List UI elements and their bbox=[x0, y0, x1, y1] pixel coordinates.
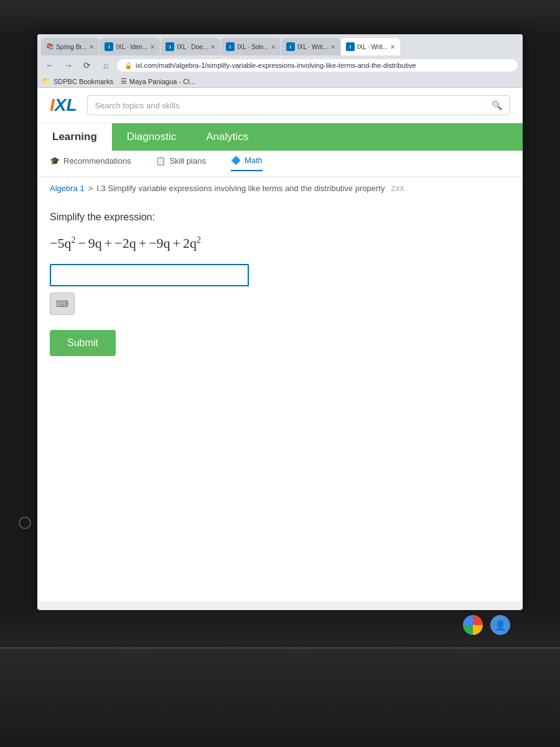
sub-nav-math[interactable]: 🔷 Math bbox=[231, 156, 263, 171]
tab-close-6[interactable]: ✕ bbox=[390, 44, 395, 50]
tab-learning[interactable]: Learning bbox=[37, 123, 112, 151]
ixl-logo: IXL bbox=[50, 95, 77, 115]
tab-analytics-label: Analytics bbox=[206, 131, 248, 143]
bookmarks-folder-label: SDPBC Bookmarks bbox=[54, 78, 113, 85]
browser-tab-4[interactable]: I IXL · Solv... ✕ bbox=[221, 38, 281, 55]
home-button[interactable]: ⌂ bbox=[98, 58, 113, 73]
breadcrumb-skill: I.3 Simplify variable expressions involv… bbox=[96, 184, 385, 193]
browser-tab-3[interactable]: I IXL · Doe... ✕ bbox=[161, 38, 220, 55]
browser-screen: 📚 Spring Br... ✕ I IXL · Iden... ✕ I IXL… bbox=[37, 34, 523, 610]
address-bar[interactable]: 🔒 ixl.com/math/algebra-1/simplify-variab… bbox=[117, 59, 518, 72]
keyboard-area bbox=[0, 647, 560, 747]
ixl-header: IXL Search topics and skills 🔍 bbox=[37, 88, 523, 123]
expr-part1: −5q2 bbox=[50, 235, 75, 251]
sub-nav: 🎓 Recommendations 📋 Skill plans 🔷 Math bbox=[37, 151, 523, 177]
expr-part5: 2q2 bbox=[183, 235, 201, 251]
tab-close-3[interactable]: ✕ bbox=[210, 44, 215, 50]
address-bar-row: ← → ⟳ ⌂ 🔒 ixl.com/math/algebra-1/simplif… bbox=[37, 55, 523, 75]
lock-icon: 🔒 bbox=[124, 62, 132, 69]
breadcrumb: Algebra 1 > I.3 Simplify variable expres… bbox=[37, 177, 523, 199]
search-bar[interactable]: Search topics and skills 🔍 bbox=[87, 95, 510, 115]
sub-nav-recommendations[interactable]: 🎓 Recommendations bbox=[50, 156, 131, 171]
submit-label: Submit bbox=[67, 337, 98, 348]
tab-label-5: IXL · Writ... bbox=[297, 44, 328, 50]
laptop-bottom: 👤 DELL bbox=[0, 610, 560, 747]
chrome-taskbar-icon[interactable] bbox=[463, 615, 483, 635]
tab-label-1: Spring Br... bbox=[56, 44, 86, 50]
tab-label-2: IXL · Iden... bbox=[116, 44, 147, 50]
recommendations-label: Recommendations bbox=[63, 156, 131, 166]
user-taskbar-icon[interactable]: 👤 bbox=[490, 615, 510, 635]
tab-learning-label: Learning bbox=[52, 131, 97, 143]
forward-button[interactable]: → bbox=[61, 58, 76, 73]
tab-label-3: IXL · Doe... bbox=[177, 44, 208, 50]
tab-close-2[interactable]: ✕ bbox=[150, 44, 155, 50]
tab-favicon-6: I bbox=[346, 42, 355, 51]
expr-plus3: + bbox=[173, 235, 180, 251]
tab-bar: 📚 Spring Br... ✕ I IXL · Iden... ✕ I IXL… bbox=[37, 34, 523, 55]
back-button[interactable]: ← bbox=[42, 58, 57, 73]
breadcrumb-subject[interactable]: Algebra 1 bbox=[50, 184, 85, 193]
bookmarks-folder[interactable]: 📁 SDPBC Bookmarks bbox=[42, 77, 113, 85]
laptop-bezel bbox=[0, 0, 560, 37]
tab-analytics[interactable]: Analytics bbox=[191, 123, 263, 151]
url-text: ixl.com/math/algebra-1/simplify-variable… bbox=[136, 62, 416, 69]
tab-favicon-3: I bbox=[166, 42, 174, 51]
tab-close-5[interactable]: ✕ bbox=[330, 44, 335, 50]
answer-input[interactable] bbox=[50, 264, 249, 286]
keyboard-icon: ⌨ bbox=[56, 299, 68, 309]
browser-tab-5[interactable]: I IXL · Writ... ✕ bbox=[281, 38, 340, 55]
sub-nav-skill-plans[interactable]: 📋 Skill plans bbox=[156, 156, 206, 171]
taskbar: 👤 bbox=[463, 615, 510, 635]
tab-label-4: IXL · Solv... bbox=[237, 44, 268, 50]
math-label: Math bbox=[245, 156, 263, 165]
recommendations-icon: 🎓 bbox=[50, 156, 60, 166]
math-icon: 🔷 bbox=[231, 156, 241, 165]
superscript-2: 2 bbox=[197, 235, 201, 245]
submit-button[interactable]: Submit bbox=[50, 330, 116, 356]
browser-tab-1[interactable]: 📚 Spring Br... ✕ bbox=[41, 38, 99, 55]
expr-minus: − bbox=[78, 235, 85, 251]
browser-tab-2[interactable]: I IXL · Iden... ✕ bbox=[100, 38, 160, 55]
bookmarks-bar: 📁 SDPBC Bookmarks ☰ Maya Paniagua - Cl..… bbox=[37, 75, 523, 88]
tab-favicon-5: I bbox=[286, 42, 295, 51]
problem-instruction: Simplify the expression: bbox=[50, 212, 510, 223]
tab-label-6: IXL · Writ... bbox=[357, 44, 388, 50]
expr-plus2: + bbox=[139, 235, 146, 251]
expr-part2: 9q bbox=[88, 235, 102, 251]
search-placeholder: Search topics and skills bbox=[95, 101, 180, 110]
tab-favicon-1: 📚 bbox=[46, 43, 54, 50]
math-keyboard-button[interactable]: ⌨ bbox=[50, 293, 75, 315]
tab-close-1[interactable]: ✕ bbox=[89, 44, 94, 50]
tab-diagnostic-label: Diagnostic bbox=[127, 131, 176, 143]
bookmark-maya[interactable]: ☰ Maya Paniagua - Cl... bbox=[121, 77, 195, 85]
refresh-button[interactable]: ⟳ bbox=[80, 58, 95, 73]
bookmarks-folder-icon: 📁 bbox=[42, 77, 51, 85]
browser-tab-6[interactable]: I IXL · Writ... ✕ bbox=[341, 38, 400, 55]
bookmark-maya-icon: ☰ bbox=[121, 77, 127, 85]
expr-part4: −9q bbox=[149, 235, 170, 251]
tab-diagnostic[interactable]: Diagnostic bbox=[112, 123, 191, 151]
superscript-1: 2 bbox=[71, 235, 75, 245]
bookmark-maya-label: Maya Paniagua - Cl... bbox=[129, 78, 195, 85]
tab-favicon-4: I bbox=[226, 42, 235, 51]
tab-close-4[interactable]: ✕ bbox=[271, 44, 276, 50]
search-icon: 🔍 bbox=[492, 100, 502, 110]
breadcrumb-badge: ZXX bbox=[391, 185, 404, 192]
breadcrumb-separator: > bbox=[88, 184, 93, 193]
power-button[interactable] bbox=[19, 517, 31, 529]
tab-favicon-2: I bbox=[105, 42, 113, 51]
expr-plus1: + bbox=[105, 235, 112, 251]
page-content: IXL Search topics and skills 🔍 Learning … bbox=[37, 88, 523, 601]
problem-area: Simplify the expression: −5q2 − 9q + −2q… bbox=[37, 199, 523, 369]
skill-plans-icon: 📋 bbox=[156, 156, 166, 166]
nav-tabs: Learning Diagnostic Analytics bbox=[37, 123, 523, 151]
math-expression: −5q2 − 9q + −2q + −9q + 2q2 bbox=[50, 235, 510, 251]
skill-plans-label: Skill plans bbox=[169, 156, 206, 166]
browser-chrome: 📚 Spring Br... ✕ I IXL · Iden... ✕ I IXL… bbox=[37, 34, 523, 88]
expr-part3: −2q bbox=[114, 235, 136, 251]
